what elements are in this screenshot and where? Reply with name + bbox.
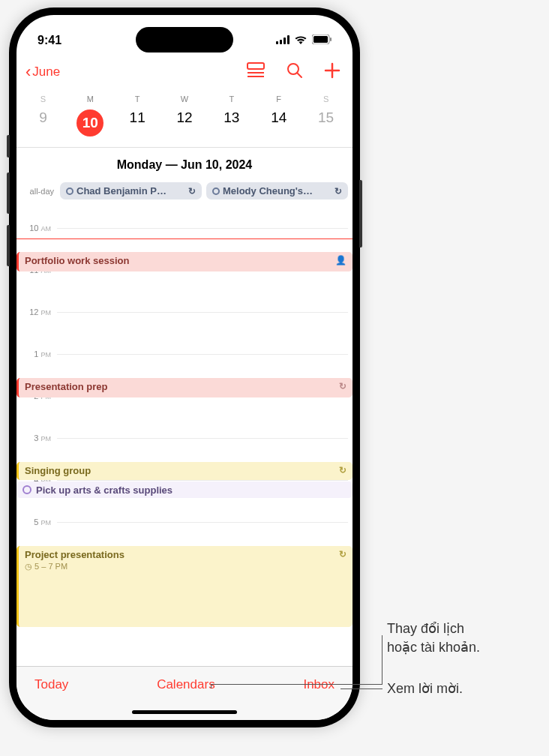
event-project[interactable]: Project presentations ↻ ◷ 5 – 7 PM [16, 546, 352, 627]
back-label: June [32, 64, 60, 80]
event-singing[interactable]: Singing group ↻ [16, 462, 352, 480]
repeat-icon: ↻ [339, 549, 346, 560]
day-col-sun[interactable]: S 9 [20, 94, 67, 136]
nav-bar: ‹ June [16, 56, 352, 88]
circle-icon [22, 485, 32, 494]
event-presentation[interactable]: Presentation prep ↻ [16, 378, 352, 398]
callout-view-invite: Xem lời mời. [387, 680, 463, 698]
notch [136, 27, 233, 52]
week-header: S 9 M 10 T 11 W 12 T 13 F 14 [16, 88, 352, 140]
repeat-icon: ↻ [334, 186, 342, 196]
day-col-tue[interactable]: T 11 [114, 94, 161, 136]
allday-label: all-day [21, 187, 54, 196]
svg-line-11 [297, 73, 302, 77]
home-indicator[interactable] [132, 710, 237, 714]
repeat-icon: ↻ [188, 186, 196, 196]
chevron-left-icon: ‹ [26, 62, 31, 82]
search-icon[interactable] [286, 62, 303, 82]
inbox-button[interactable]: Inbox [303, 677, 334, 692]
calendars-button[interactable]: Calendars [157, 677, 215, 692]
circle-icon [66, 188, 74, 195]
svg-rect-0 [276, 41, 278, 44]
svg-rect-5 [314, 36, 328, 43]
timeline[interactable]: 9:41 10 AM 11 AM 12 PM 1 PM 2 PM 3 PM 4 … [16, 228, 352, 648]
allday-event[interactable]: Melody Cheung's… ↻ [206, 182, 348, 200]
day-col-sat[interactable]: S 15 [302, 94, 350, 136]
repeat-icon: ↻ [339, 465, 346, 476]
add-icon[interactable] [324, 62, 340, 82]
svg-rect-1 [280, 40, 282, 44]
list-view-icon[interactable] [246, 62, 266, 82]
back-button[interactable]: ‹ June [26, 62, 60, 82]
svg-rect-2 [284, 38, 286, 44]
day-col-wed[interactable]: W 12 [161, 94, 208, 136]
people-icon: 👤 [335, 255, 346, 266]
allday-event[interactable]: Chad Benjamin P… ↻ [60, 182, 202, 200]
clock-icon: ◷ [25, 562, 32, 571]
signal-icon [276, 34, 290, 47]
day-col-fri[interactable]: F 14 [255, 94, 302, 136]
phone-frame: 9:41 ‹ June [9, 8, 360, 728]
callout-change-calendar: Thay đổi lịch hoặc tài khoản. [387, 620, 480, 657]
svg-rect-3 [287, 35, 290, 44]
date-header: Monday — Jun 10, 2024 [16, 148, 352, 182]
day-col-mon[interactable]: M 10 [67, 94, 114, 136]
battery-icon [312, 34, 332, 47]
repeat-icon: ↻ [339, 381, 346, 392]
event-portfolio[interactable]: Portfolio work session 👤 [16, 252, 352, 272]
day-col-thu[interactable]: T 13 [208, 94, 255, 136]
status-time: 9:41 [38, 34, 62, 47]
svg-rect-6 [330, 38, 332, 41]
svg-rect-7 [248, 63, 264, 69]
event-pickup[interactable]: Pick up arts & crafts supplies [16, 482, 352, 498]
today-button[interactable]: Today [34, 677, 68, 692]
circle-icon [212, 188, 220, 195]
now-indicator: 9:41 [16, 238, 352, 239]
allday-row: all-day Chad Benjamin P… ↻ Melody Cheung… [16, 182, 352, 206]
wifi-icon [294, 34, 308, 47]
